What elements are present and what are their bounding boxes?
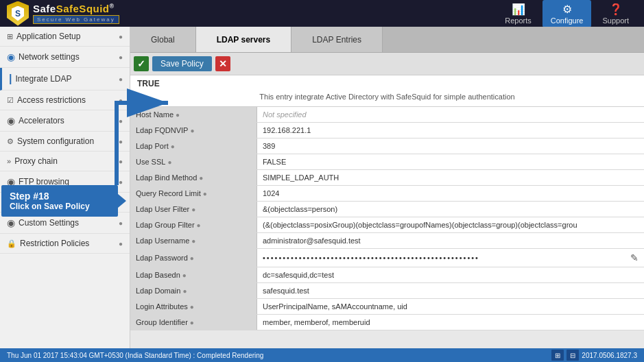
check-box: ✓ — [134, 56, 149, 71]
field-label-groupid: Group Identifier● — [130, 315, 257, 330]
logo: S SafeSafeSquid® Secure Web Gateway — [7, 1, 119, 26]
logo-s-letter: S — [15, 9, 21, 19]
fields-container: Host Name● Not specified Ldap FQDNVIP● 1… — [130, 107, 644, 330]
comment-value: This entry integrate Active Directory wi… — [137, 90, 637, 103]
table-row: Ldap Group Filter● (&(objectclass=posixG… — [130, 217, 644, 233]
field-label-password: Ldap Password● — [130, 249, 257, 267]
tab-global[interactable]: Global — [130, 27, 196, 52]
custom-settings-icon: ◉ — [7, 217, 15, 228]
field-label-port: Ldap Port● — [130, 138, 257, 154]
help-icon-groupid: ● — [190, 319, 194, 326]
help-dot-1: ● — [119, 53, 123, 61]
support-icon: ❓ — [609, 3, 623, 16]
accelerators-icon: ◉ — [7, 115, 15, 126]
sidebar-item-proxy-chain[interactable]: » Proxy chain ● — [0, 152, 130, 171]
field-value-bindmethod: SIMPLE_LDAP_AUTH — [257, 170, 644, 185]
field-value-userfilter: &(objectclass=person) — [257, 202, 644, 217]
sidebar-item-network-settings[interactable]: ◉ Network settings ● — [0, 47, 130, 68]
logo-shield: S — [7, 1, 29, 26]
status-text: Thu Jun 01 2017 15:43:04 GMT+0530 (India… — [7, 352, 263, 359]
version-text: 2017.0506.1827.3 — [582, 352, 637, 359]
sidebar-item-system-configuration[interactable]: ⚙ System configuration ● — [0, 132, 130, 152]
table-row: Group Identifier● member, memberof, memb… — [130, 315, 644, 330]
table-row: Ldap Bind Method● SIMPLE_LDAP_AUTH — [130, 170, 644, 186]
cancel-button[interactable]: ✕ — [215, 56, 230, 71]
table-row: Ldap Password● •••••••••••••••••••••••••… — [130, 249, 644, 267]
field-label-basedn: Ldap Basedn● — [130, 267, 257, 282]
field-value-domain: safesquid.test — [257, 283, 644, 298]
help-dot-2: ● — [119, 75, 123, 83]
table-row: Ldap User Filter● &(objectclass=person) — [130, 202, 644, 217]
step-overlay: Step #18 Click on Save Policy — [1, 185, 118, 217]
system-config-icon: ⚙ — [7, 137, 14, 146]
step-text: Click on Save Policy — [10, 202, 110, 211]
sidebar-item-access-restrictions[interactable]: ☑ Access restrictions ● — [0, 90, 130, 110]
integrate-ldap-icon: | — [9, 73, 12, 85]
field-label-domain: Ldap Domain● — [130, 283, 257, 298]
field-label-groupfilter: Ldap Group Filter● — [130, 217, 257, 232]
help-icon-password: ● — [190, 254, 194, 262]
status-bar-right: ⊞ ⊟ 2017.0506.1827.3 — [551, 350, 637, 361]
table-row: Use SSL● FALSE — [130, 154, 644, 170]
table-row: Ldap FQDNVIP● 192.168.221.1 — [130, 123, 644, 138]
sidebar-item-accelerators[interactable]: ◉ Accelerators ● — [0, 110, 130, 132]
network-settings-icon: ◉ — [7, 51, 15, 62]
help-icon-loginattr: ● — [190, 303, 194, 311]
reports-icon: 📊 — [512, 3, 525, 16]
field-value-loginattr: UserPrincipalName, sAMAccountname, uid — [257, 299, 644, 314]
table-row: Login Attributes● UserPrincipalName, sAM… — [130, 299, 644, 315]
configure-nav-btn[interactable]: ⚙ Configure — [542, 0, 592, 27]
status-bar: Thu Jun 01 2017 15:43:04 GMT+0530 (India… — [0, 348, 644, 362]
table-row: Host Name● Not specified — [130, 107, 644, 123]
help-dot-0: ● — [119, 33, 123, 40]
field-value-groupid: member, memberof, memberuid — [257, 315, 644, 330]
field-label-ssl: Use SSL● — [130, 154, 257, 169]
help-icon-ssl: ● — [167, 158, 171, 166]
edit-password-icon[interactable]: ✎ — [630, 252, 639, 263]
help-icon-port: ● — [171, 143, 175, 150]
sidebar-item-integrate-ldap[interactable]: | Integrate LDAP ● — [0, 68, 130, 90]
field-value-groupfilter: (&(objectclass=posixGroup)(objectclass=g… — [257, 217, 644, 232]
help-icon-basedn: ● — [182, 272, 187, 279]
help-icon-domain: ● — [182, 287, 187, 295]
help-icon-fqdnvip: ● — [190, 127, 194, 134]
top-value: TRUE — [137, 79, 637, 88]
brand-name: SafeSafeSquid® — [33, 3, 119, 14]
tab-bar: Global LDAP servers LDAP Entries — [130, 27, 644, 53]
sidebar-item-application-setup[interactable]: ⊞ Application Setup ● — [0, 27, 130, 47]
help-icon-hostname: ● — [176, 111, 180, 119]
configure-icon: ⚙ — [562, 3, 572, 16]
reports-nav-btn[interactable]: 📊 Reports — [497, 0, 540, 27]
table-row: Ldap Domain● safesquid.test — [130, 283, 644, 299]
header: S SafeSafeSquid® Secure Web Gateway 📊 Re… — [0, 0, 644, 27]
field-label-loginattr: Login Attributes● — [130, 299, 257, 314]
save-policy-button[interactable]: Save Policy — [152, 56, 212, 71]
brand-text-container: SafeSafeSquid® Secure Web Gateway — [33, 3, 119, 24]
field-value-ssl: FALSE — [257, 154, 644, 169]
content-area: Global LDAP servers LDAP Entries ✓ Save … — [130, 27, 644, 348]
tab-ldap-entries[interactable]: LDAP Entries — [291, 27, 383, 52]
toolbar: ✓ Save Policy ✕ — [130, 53, 644, 75]
field-value-password: ••••••••••••••••••••••••••••••••••••••••… — [257, 249, 644, 267]
field-value-basedn: dc=safesquid,dc=test — [257, 267, 644, 282]
check-icon: ✓ — [137, 58, 145, 69]
restriction-policies-icon: 🔒 — [7, 239, 16, 248]
field-value-username: administrator@safesquid.test — [257, 233, 644, 248]
header-nav: 📊 Reports ⚙ Configure ❓ Support — [497, 0, 637, 27]
help-icon-userfilter: ● — [191, 206, 195, 213]
field-label-username: Ldap Username● — [130, 233, 257, 248]
step-number: Step #18 — [10, 191, 110, 202]
table-row: Query Record Limit● 1024 — [130, 186, 644, 202]
sidebar-item-restriction-policies[interactable]: 🔒 Restriction Policies ● — [0, 234, 130, 254]
help-dot-9: ● — [119, 219, 123, 227]
logo-inner-shield: S — [12, 6, 24, 21]
support-nav-btn[interactable]: ❓ Support — [594, 0, 637, 27]
field-value-querylimit: 1024 — [257, 186, 644, 201]
table-row: Ldap Username● administrator@safesquid.t… — [130, 233, 644, 249]
tab-ldap-servers[interactable]: LDAP servers — [196, 27, 292, 52]
field-value-port: 389 — [257, 138, 644, 154]
application-setup-icon: ⊞ — [7, 32, 13, 41]
help-icon-groupfilter: ● — [197, 221, 201, 229]
help-icon-username: ● — [191, 237, 195, 245]
help-dot-3: ● — [119, 97, 123, 104]
